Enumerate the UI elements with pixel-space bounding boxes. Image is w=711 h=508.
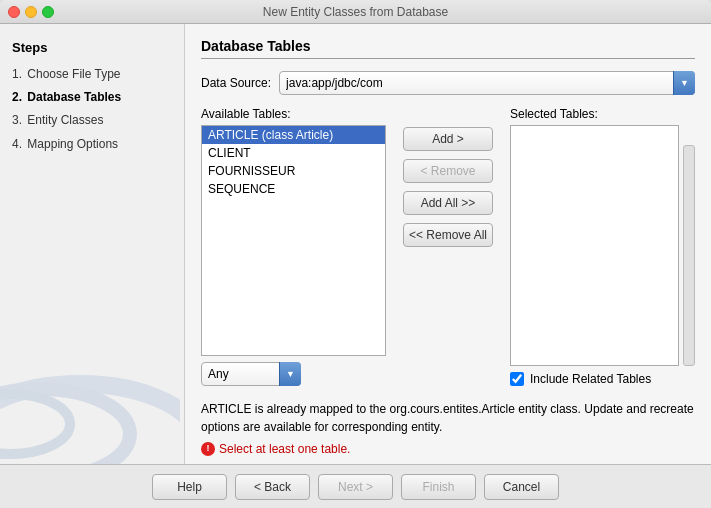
step-1: 1. Choose File Type (12, 65, 172, 84)
content-area: Steps 1. Choose File Type 2. Database Ta… (0, 24, 711, 464)
include-related-row: Include Related Tables (510, 372, 695, 386)
info-text: ARTICLE is already mapped to the org.cou… (201, 400, 695, 436)
window: New Entity Classes from Database Steps 1… (0, 0, 711, 508)
step-2-label: Database Tables (27, 90, 121, 104)
datasource-select-wrapper[interactable]: java:app/jdbc/com (279, 71, 695, 95)
table-item-fournisseur[interactable]: FOURNISSEUR (202, 162, 385, 180)
transfer-buttons: Add > < Remove Add All >> << Remove All (398, 107, 498, 386)
warning-text: Select at least one table. (219, 440, 350, 458)
step-2-num: 2. (12, 90, 22, 104)
finish-button[interactable]: Finish (401, 474, 476, 500)
available-tables-panel: Available Tables: ARTICLE (class Article… (201, 107, 386, 386)
any-select[interactable]: Any (201, 362, 301, 386)
step-3: 3. Entity Classes (12, 111, 172, 130)
next-button[interactable]: Next > (318, 474, 393, 500)
remove-button[interactable]: < Remove (403, 159, 493, 183)
scrollbar[interactable] (683, 145, 695, 366)
titlebar: New Entity Classes from Database (0, 0, 711, 24)
any-dropdown-row: Any (201, 362, 386, 386)
step-1-label: Choose File Type (27, 67, 120, 81)
tables-area: Available Tables: ARTICLE (class Article… (201, 107, 695, 386)
table-item-client[interactable]: CLIENT (202, 144, 385, 162)
step-1-num: 1. (12, 67, 22, 81)
step-4-label: Mapping Options (27, 137, 118, 151)
include-related-label: Include Related Tables (530, 372, 651, 386)
table-item-sequence[interactable]: SEQUENCE (202, 180, 385, 198)
step-4: 4. Mapping Options (12, 135, 172, 154)
back-button[interactable]: < Back (235, 474, 310, 500)
datasource-row: Data Source: java:app/jdbc/com (201, 71, 695, 95)
sidebar-heading: Steps (12, 40, 172, 55)
info-area: ARTICLE is already mapped to the org.cou… (201, 394, 695, 464)
steps-list: 1. Choose File Type 2. Database Tables 3… (12, 65, 172, 154)
bottom-bar: Help < Back Next > Finish Cancel (0, 464, 711, 508)
any-select-wrapper[interactable]: Any (201, 362, 301, 386)
maximize-button[interactable] (42, 6, 54, 18)
include-related-checkbox[interactable] (510, 372, 524, 386)
close-button[interactable] (8, 6, 20, 18)
add-button[interactable]: Add > (403, 127, 493, 151)
warning-row: ! Select at least one table. (201, 440, 695, 458)
decorative-graphic (0, 314, 180, 464)
error-icon: ! (201, 442, 215, 456)
step-4-num: 4. (12, 137, 22, 151)
table-item-article[interactable]: ARTICLE (class Article) (202, 126, 385, 144)
help-button[interactable]: Help (152, 474, 227, 500)
step-3-label: Entity Classes (27, 113, 103, 127)
cancel-button[interactable]: Cancel (484, 474, 559, 500)
datasource-select[interactable]: java:app/jdbc/com (279, 71, 695, 95)
add-all-button[interactable]: Add All >> (403, 191, 493, 215)
step-3-num: 3. (12, 113, 22, 127)
main-panel: Database Tables Data Source: java:app/jd… (185, 24, 711, 464)
available-tables-list[interactable]: ARTICLE (class Article) CLIENT FOURNISSE… (201, 125, 386, 356)
selected-tables-label: Selected Tables: (510, 107, 695, 121)
panel-title: Database Tables (201, 38, 695, 59)
datasource-label: Data Source: (201, 76, 271, 90)
selected-tables-panel: Selected Tables: Include Related Tables (510, 107, 695, 386)
available-tables-label: Available Tables: (201, 107, 386, 121)
step-2: 2. Database Tables (12, 88, 172, 107)
selected-tables-list[interactable] (510, 125, 679, 366)
window-title: New Entity Classes from Database (263, 5, 448, 19)
minimize-button[interactable] (25, 6, 37, 18)
remove-all-button[interactable]: << Remove All (403, 223, 493, 247)
window-controls[interactable] (8, 6, 54, 18)
sidebar: Steps 1. Choose File Type 2. Database Ta… (0, 24, 185, 464)
selected-area (510, 125, 695, 366)
